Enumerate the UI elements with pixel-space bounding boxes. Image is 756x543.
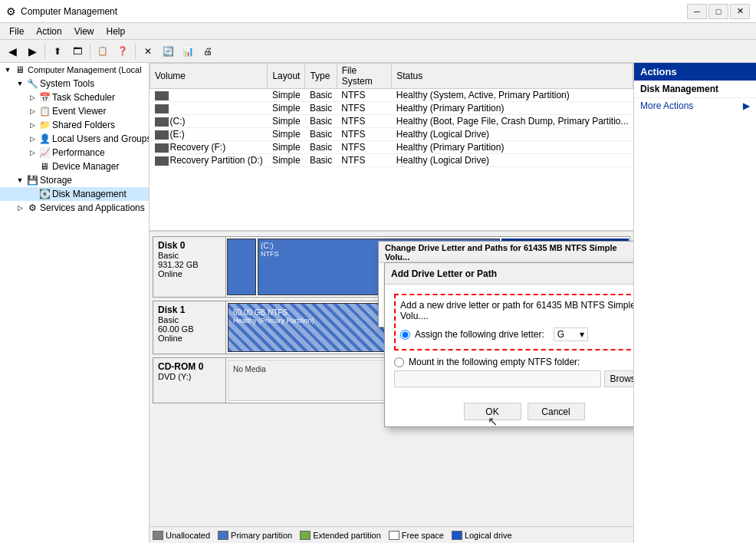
cell-type-5: Basic bbox=[305, 141, 337, 154]
table-row[interactable]: Recovery (F:) Simple Basic NTFS Healthy … bbox=[150, 141, 633, 154]
cell-status-6: Healthy (Logical Drive) bbox=[392, 154, 633, 167]
dropdown-value: G bbox=[557, 329, 564, 340]
inner-dialog-titlebar: Add Drive Letter or Path ✕ bbox=[385, 263, 633, 285]
menu-help[interactable]: Help bbox=[100, 25, 132, 38]
tree-shared-folders[interactable]: ▷ 📁 Shared Folders bbox=[0, 118, 149, 132]
close-button[interactable]: ✕ bbox=[730, 4, 750, 19]
col-type: Type bbox=[305, 64, 337, 89]
tree-services-icon: ⚙ bbox=[26, 202, 38, 214]
app-title: Computer Management bbox=[21, 6, 117, 17]
tree-event-icon: 📋 bbox=[38, 105, 51, 117]
tree-storage-expand[interactable]: ▼ bbox=[14, 174, 26, 186]
toolbar-delete[interactable]: ✕ bbox=[139, 42, 157, 61]
tree-performance[interactable]: ▷ 📈 Performance bbox=[0, 146, 149, 160]
actions-more[interactable]: More Actions ▶ bbox=[634, 98, 756, 114]
table-row[interactable]: Simple Basic NTFS Healthy (System, Activ… bbox=[150, 89, 633, 102]
col-volume: Volume bbox=[150, 64, 268, 89]
tree-users-expand[interactable]: ▷ bbox=[26, 133, 38, 145]
disk1-size: 60.00 GB bbox=[158, 324, 221, 334]
tree-task-expand[interactable]: ▷ bbox=[26, 91, 38, 104]
toolbar-show-hide[interactable]: 🗔 bbox=[68, 42, 87, 61]
toolbar-sep-2 bbox=[90, 44, 90, 59]
table-row[interactable]: Simple Basic NTFS Healthy (Primary Parti… bbox=[150, 102, 633, 115]
disk1-status: Online bbox=[158, 334, 221, 343]
legend-logical: Logical drive bbox=[452, 531, 512, 540]
legend-unallocated: Unallocated bbox=[153, 531, 210, 540]
inner-cancel-button[interactable]: Cancel bbox=[528, 403, 585, 420]
tree-root[interactable]: ▼ 🖥 Computer Management (Local bbox=[0, 63, 149, 77]
tree-system-expand[interactable]: ▼ bbox=[14, 77, 26, 90]
cell-status-3: Healthy (Boot, Page File, Crash Dump, Pr… bbox=[392, 115, 633, 128]
toolbar-properties[interactable]: 📋 bbox=[94, 42, 112, 61]
toolbar-refresh[interactable]: 🔄 bbox=[159, 42, 177, 61]
legend-extended: Extended partition bbox=[300, 531, 381, 540]
minimize-button[interactable]: ─ bbox=[687, 4, 707, 19]
tree-storage[interactable]: ▼ 💾 Storage bbox=[0, 173, 149, 187]
cell-volume-2 bbox=[150, 102, 268, 115]
tree-local-users[interactable]: ▷ 👤 Local Users and Groups bbox=[0, 132, 149, 146]
tree-event-expand[interactable]: ▷ bbox=[26, 105, 38, 117]
radio-assign-label: Assign the following drive letter: bbox=[415, 329, 544, 340]
cell-type-1: Basic bbox=[305, 89, 337, 102]
toolbar-export[interactable]: 📊 bbox=[179, 42, 197, 61]
tree-event-viewer[interactable]: ▷ 📋 Event Viewer bbox=[0, 104, 149, 118]
toolbar-help[interactable]: ❓ bbox=[113, 42, 132, 61]
menu-action[interactable]: Action bbox=[30, 25, 67, 38]
legend-extended-label: Extended partition bbox=[313, 531, 381, 540]
toolbar-extra[interactable]: 🖨 bbox=[199, 42, 217, 61]
inner-dialog-description: Add a new drive letter or path for 61435… bbox=[400, 300, 633, 321]
table-area[interactable]: Volume Layout Type File System Status Si… bbox=[150, 63, 633, 232]
browse-row: Browse... bbox=[394, 370, 633, 387]
legend-logical-label: Logical drive bbox=[465, 531, 512, 540]
cell-layout-3: Simple bbox=[268, 115, 305, 128]
tree-services-label: Services and Applications bbox=[40, 202, 145, 213]
radio-assign-letter[interactable] bbox=[400, 330, 410, 340]
tree-services[interactable]: ▷ ⚙ Services and Applications bbox=[0, 201, 149, 215]
tree-disk-label: Disk Management bbox=[52, 189, 127, 199]
tree-shared-expand[interactable]: ▷ bbox=[26, 119, 38, 131]
tree-shared-label: Shared Folders bbox=[52, 120, 115, 130]
menu-view[interactable]: View bbox=[68, 25, 100, 38]
tree-perf-expand[interactable]: ▷ bbox=[26, 146, 38, 159]
tree-task-icon: 📅 bbox=[38, 91, 51, 104]
tree-services-expand[interactable]: ▷ bbox=[14, 202, 26, 214]
cell-type-6: Basic bbox=[305, 154, 337, 167]
disk0-part-system[interactable] bbox=[227, 239, 256, 295]
toolbar-back[interactable]: ◀ bbox=[3, 42, 21, 61]
toolbar-up[interactable]: ⬆ bbox=[48, 42, 67, 61]
tree-root-expand[interactable]: ▼ bbox=[2, 64, 14, 76]
cell-fs-4: NTFS bbox=[337, 128, 391, 141]
tree-system-tools[interactable]: ▼ 🔧 System Tools bbox=[0, 77, 149, 90]
radio-row-1[interactable]: Assign the following drive letter: G ▾ bbox=[400, 327, 633, 341]
inner-ok-button[interactable]: OK ↖ bbox=[464, 403, 521, 420]
tree-perf-icon: 📈 bbox=[38, 146, 51, 159]
folder-path-input[interactable] bbox=[394, 370, 601, 387]
disk0-label: Disk 0 Basic 931.32 GB Online bbox=[153, 237, 226, 297]
disk0-status: Online bbox=[158, 269, 221, 278]
legend-free: Free space bbox=[389, 531, 444, 540]
table-row[interactable]: (C:) Simple Basic NTFS Healthy (Boot, Pa… bbox=[150, 115, 633, 128]
disk0-type: Basic bbox=[158, 251, 221, 260]
actions-more-label: More Actions bbox=[640, 100, 693, 111]
actions-header: Actions bbox=[634, 63, 756, 81]
cell-layout-5: Simple bbox=[268, 141, 305, 154]
volume-table: Volume Layout Type File System Status Si… bbox=[150, 63, 633, 167]
toolbar-forward[interactable]: ▶ bbox=[23, 42, 41, 61]
tree-disk-icon: 💽 bbox=[38, 188, 51, 200]
menu-file[interactable]: File bbox=[3, 25, 30, 38]
main-container: ▼ 🖥 Computer Management (Local ▼ 🔧 Syste… bbox=[0, 63, 756, 543]
inner-dialog-title: Add Drive Letter or Path bbox=[391, 268, 497, 279]
browse-button[interactable]: Browse... bbox=[604, 370, 633, 387]
tree-device-manager[interactable]: 🖥 Device Manager bbox=[0, 160, 149, 173]
maximize-button[interactable]: □ bbox=[708, 4, 728, 19]
cell-volume-5: Recovery (F:) bbox=[150, 141, 268, 154]
drive-letter-dropdown[interactable]: G ▾ bbox=[554, 327, 588, 341]
table-row[interactable]: (E:) Simple Basic NTFS Healthy (Logical … bbox=[150, 128, 633, 141]
legend-unallocated-box bbox=[153, 531, 163, 540]
radio-mount-folder[interactable] bbox=[394, 357, 404, 367]
table-row[interactable]: Recovery Partition (D:) Simple Basic NTF… bbox=[150, 154, 633, 167]
tree-task-scheduler[interactable]: ▷ 📅 Task Scheduler bbox=[0, 90, 149, 104]
radio-row-2[interactable]: Mount in the following empty NTFS folder… bbox=[394, 357, 633, 367]
tree-disk-management[interactable]: 💽 Disk Management bbox=[0, 187, 149, 201]
cell-layout-1: Simple bbox=[268, 89, 305, 102]
